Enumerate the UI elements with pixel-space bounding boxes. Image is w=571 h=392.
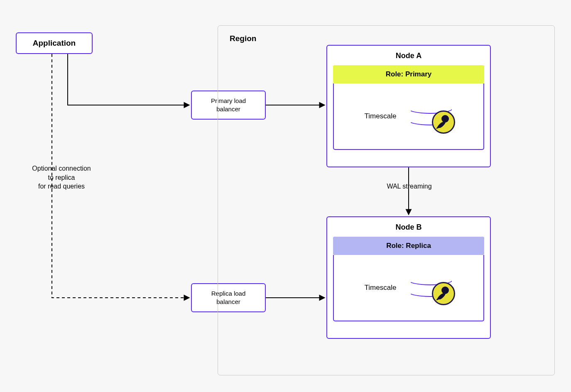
- optional-connection-caption: Optional connection to replica for read …: [16, 164, 107, 191]
- node-b-db-label: Timescale: [365, 284, 397, 292]
- node-b-role: Role: Replica: [333, 237, 484, 255]
- node-b-db: Timescale: [333, 255, 484, 321]
- node-a-db: Timescale: [333, 83, 484, 150]
- node-b-title: Node B: [333, 223, 484, 232]
- region-title: Region: [230, 34, 256, 43]
- node-a-role: Role: Primary: [333, 65, 484, 83]
- edge-app-to-primary-lb: [68, 54, 189, 105]
- database-icon: [408, 265, 453, 310]
- application-label: Application: [33, 39, 76, 48]
- application-box: Application: [16, 32, 93, 54]
- database-icon: [408, 94, 453, 139]
- timescale-logo-icon: [432, 110, 455, 134]
- wal-streaming-caption: WAL streaming: [385, 182, 433, 191]
- node-a-title: Node A: [333, 51, 484, 60]
- node-b-box: Node B Role: Replica Timescale: [326, 216, 491, 339]
- node-a-db-label: Timescale: [365, 112, 397, 120]
- diagram-canvas: Application Primary load balancer Replic…: [0, 0, 571, 392]
- timescale-logo-icon: [432, 282, 455, 305]
- node-a-box: Node A Role: Primary Timescale: [326, 45, 491, 167]
